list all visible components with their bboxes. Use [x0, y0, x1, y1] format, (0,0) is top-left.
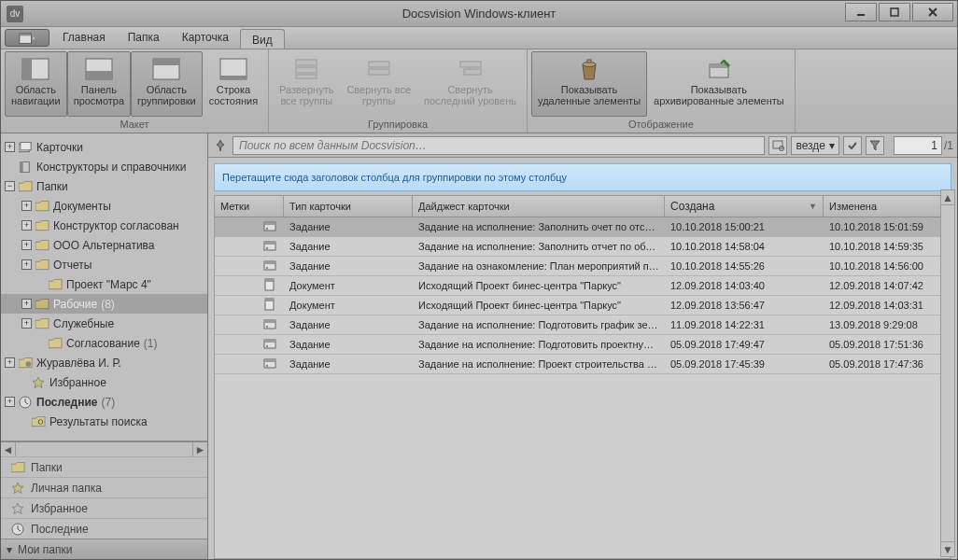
tree-hscroll[interactable]: ◄►	[1, 441, 207, 456]
tree-mars[interactable]: Проект "Марс 4"	[1, 274, 207, 294]
tab-card[interactable]: Карточка	[171, 27, 240, 49]
cell-digest: Задание на исполнение: Проект строительс…	[413, 358, 665, 370]
preview-panel-button[interactable]: Панель просмотра	[67, 51, 131, 117]
col-marks[interactable]: Метки	[215, 196, 284, 217]
folder-tree[interactable]: +Карточки Конструкторы и справочники −Па…	[1, 133, 207, 441]
svg-rect-28	[20, 161, 22, 172]
file-menu-button[interactable]	[5, 29, 49, 47]
tree-approval-ctor[interactable]: +Конструктор согласован	[1, 216, 207, 235]
cell-modified: 12.09.2018 14:07:42	[824, 280, 951, 291]
svg-rect-17	[369, 62, 389, 67]
scroll-up-icon[interactable]: ▲	[941, 190, 954, 205]
svg-rect-33	[773, 141, 782, 148]
folder-icon	[35, 200, 49, 213]
group-drop-area[interactable]: Перетащите сюда заголовок столбца для гр…	[214, 163, 951, 191]
tab-view[interactable]: Вид	[240, 29, 285, 49]
archive-icon	[704, 56, 734, 82]
search-scope[interactable]: везде▾	[791, 136, 839, 155]
search-check-icon[interactable]	[843, 136, 862, 155]
cell-type: Документ	[284, 280, 413, 291]
svg-rect-36	[264, 222, 275, 225]
card-type-icon	[263, 259, 276, 274]
tree-zhurav[interactable]: +Журавлёва И. Р.	[1, 353, 207, 372]
expand-all-button[interactable]: Развернуть все группы	[273, 51, 340, 117]
nav-folders[interactable]: Папки	[1, 456, 207, 477]
card-type-icon	[263, 278, 276, 294]
tree-folders[interactable]: −Папки	[1, 176, 207, 196]
minimize-button[interactable]	[845, 3, 877, 21]
search-options-icon[interactable]	[768, 136, 787, 155]
folder-icon	[35, 239, 49, 252]
table-row[interactable]: ЗаданиеЗадание на исполнение: Заполнить …	[215, 237, 951, 257]
layout-preview-icon	[84, 56, 114, 82]
grid-header: Метки Тип карточки Дайджест карточки Соз…	[215, 196, 951, 217]
col-created[interactable]: Создана▼	[665, 196, 824, 217]
cell-created: 10.10.2018 15:00:21	[665, 221, 824, 232]
tab-main[interactable]: Главная	[51, 27, 117, 49]
clock-icon	[10, 522, 25, 537]
table-row[interactable]: ЗаданиеЗадание на ознакомление: План мер…	[215, 257, 951, 276]
cell-modified: 10.10.2018 14:56:00	[824, 260, 951, 272]
collapse-last-button[interactable]: Свернуть последний уровень	[417, 51, 523, 117]
tree-ooo-alt[interactable]: +ООО Альтернатива	[1, 235, 207, 255]
nav-favorites[interactable]: Избранное	[1, 497, 207, 518]
expand-all-icon	[291, 56, 321, 82]
close-button[interactable]	[912, 3, 953, 21]
nav-personal[interactable]: Личная папка	[1, 477, 207, 497]
tree-approval[interactable]: Согласование(1)	[1, 333, 207, 353]
search-input[interactable]	[232, 136, 765, 155]
table-row[interactable]: ЗаданиеЗадание на исполнение: Заполнить …	[215, 217, 951, 237]
page-input[interactable]	[894, 136, 942, 155]
tree-reports[interactable]: +Отчеты	[1, 255, 207, 274]
tree-recent[interactable]: +Последние(7)	[1, 392, 207, 412]
app-window: dv Docsvision Windows-клиент Главная Пап…	[0, 0, 958, 560]
nav-area-button[interactable]: Область навигации	[5, 51, 67, 117]
star-icon	[10, 481, 25, 496]
status-bar-button[interactable]: Строка состояния	[203, 51, 264, 117]
card-type-icon	[263, 298, 276, 314]
tab-folder[interactable]: Папка	[117, 27, 171, 49]
table-row[interactable]: ЗаданиеЗадание на исполнение: Подготовит…	[215, 335, 951, 355]
svg-rect-26	[20, 142, 30, 149]
tree-constructors[interactable]: Конструкторы и справочники	[1, 157, 207, 176]
tree-cards[interactable]: +Карточки	[1, 137, 207, 157]
nav-recent[interactable]: Последние	[1, 518, 207, 539]
table-row[interactable]: ДокументИсходящий Проект бинес-центра "П…	[215, 296, 951, 315]
col-digest[interactable]: Дайджест карточки	[413, 196, 665, 217]
svg-point-40	[266, 246, 268, 248]
tree-documents[interactable]: +Документы	[1, 196, 207, 216]
cards-icon	[18, 141, 33, 154]
tree-work[interactable]: +Рабочие(8)	[1, 294, 207, 314]
tree-favorites[interactable]: Избранное	[1, 372, 207, 392]
table-row[interactable]: ЗаданиеЗадание на исполнение: Проект стр…	[215, 355, 951, 374]
svg-rect-42	[264, 261, 275, 264]
collapse-last-icon	[456, 56, 486, 82]
svg-rect-52	[264, 340, 275, 343]
scroll-down-icon[interactable]: ▼	[941, 541, 954, 556]
vertical-scrollbar[interactable]: ▲ ▼	[940, 189, 955, 557]
pin-icon[interactable]	[212, 137, 229, 154]
navigation-pane: +Карточки Конструкторы и справочники −Па…	[1, 133, 208, 559]
tree-search-results[interactable]: Результаты поиска	[1, 412, 207, 431]
svg-rect-11	[153, 59, 179, 65]
filter-icon[interactable]	[866, 136, 884, 155]
cell-modified: 10.10.2018 15:01:59	[824, 221, 951, 232]
table-row[interactable]: ДокументИсходящий Проект бинес-центра "П…	[215, 276, 951, 296]
cell-modified: 13.09.2018 9:29:08	[824, 319, 951, 330]
col-type[interactable]: Тип карточки	[284, 196, 413, 217]
show-deleted-button[interactable]: Показывать удаленные элементы	[531, 51, 647, 117]
book-icon	[18, 161, 33, 174]
group-area-button[interactable]: Область группировки	[131, 51, 203, 117]
col-modified[interactable]: Изменена	[824, 196, 951, 217]
layout-group-label: Макет	[5, 117, 264, 133]
nav-my-folders[interactable]: ▾Мои папки	[1, 539, 207, 559]
cell-modified: 10.10.2018 14:59:35	[824, 241, 951, 252]
cell-digest: Задание на ознакомление: План мероприяти…	[413, 260, 665, 272]
tree-service[interactable]: +Служебные	[1, 314, 207, 333]
maximize-button[interactable]	[879, 3, 910, 21]
trash-icon	[574, 56, 604, 82]
show-archived-button[interactable]: Показывать архивированные элементы	[647, 51, 791, 117]
collapse-all-button[interactable]: Свернуть все группы	[340, 51, 417, 117]
cell-created: 11.09.2018 14:22:31	[665, 319, 824, 330]
table-row[interactable]: ЗаданиеЗадание на исполнение: Подготовит…	[215, 315, 951, 335]
